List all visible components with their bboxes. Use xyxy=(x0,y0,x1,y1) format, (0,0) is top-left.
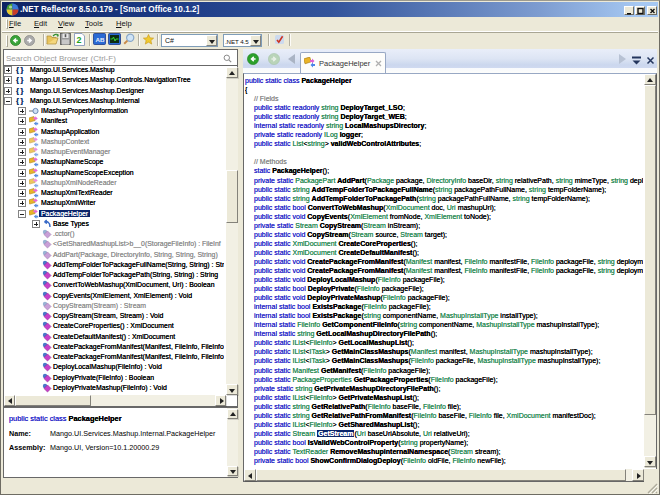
svg-text:AB: AB xyxy=(96,36,105,43)
svg-text:2: 2 xyxy=(76,35,81,45)
